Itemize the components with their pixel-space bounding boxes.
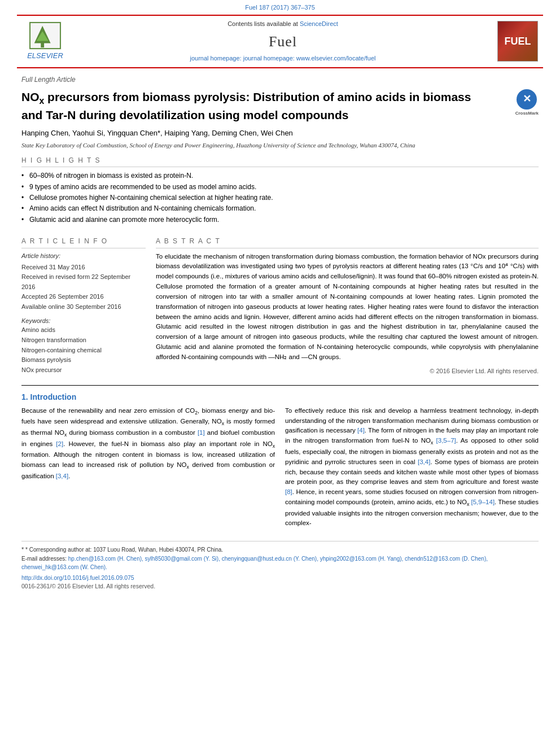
- keyword-2: Nitrogen transformation: [21, 335, 146, 346]
- article-info-abstract-row: A R T I C L E I N F O Article history: R…: [21, 231, 539, 375]
- corresponding-author-note: * * Corresponding author at: 1037 Luou R…: [21, 545, 539, 554]
- journal-header-center: Contents lists available at ScienceDirec…: [73, 19, 492, 64]
- abstract-column: A B S T R A C T To elucidate the mechani…: [156, 231, 539, 375]
- email-label: E-mail addresses:: [21, 556, 67, 562]
- elsevier-logo: ELSEVIER: [27, 21, 63, 62]
- doi-link[interactable]: http://dx.doi.org/10.1016/j.fuel.2016.09…: [21, 574, 539, 582]
- title-nox: NOx precursors from biomass pyrolysis: D…: [21, 90, 471, 121]
- article-info-header: A R T I C L E I N F O: [21, 237, 146, 248]
- star-symbol: *: [21, 546, 24, 553]
- section-1-title: 1. Introduction: [21, 391, 539, 403]
- keywords-label: Keywords:: [21, 317, 146, 326]
- author-names: Hanping Chen, Yaohui Si, Yingquan Chen*,…: [21, 128, 539, 139]
- abstract-header: A B S T R A C T: [156, 237, 539, 248]
- article-info-content: Article history: Received 31 May 2016 Re…: [21, 252, 146, 312]
- ref-4b[interactable]: [4]: [357, 427, 365, 434]
- sciencedirect-link[interactable]: ScienceDirect: [300, 20, 338, 27]
- ref-5-9-14[interactable]: [5,9–14]: [471, 499, 495, 505]
- ref-2[interactable]: [2]: [56, 440, 63, 447]
- ref-1[interactable]: [1]: [198, 429, 205, 436]
- journal-header: ELSEVIER Contents lists available at Sci…: [17, 15, 543, 68]
- journal-name: Fuel: [269, 31, 297, 53]
- email-addresses: E-mail addresses: hp.chen@163.com (H. Ch…: [21, 554, 539, 571]
- journal-header-right: FUEL: [492, 19, 543, 64]
- revised-date: Received in revised form 22 September 20…: [21, 272, 146, 292]
- contents-available-line: Contents lists available at ScienceDirec…: [228, 20, 338, 29]
- title-x-subscript: x: [40, 96, 45, 106]
- top-banner: Fuel 187 (2017) 367–375: [0, 0, 560, 15]
- highlight-item: Glutamic acid and alanine can promote mo…: [21, 215, 539, 225]
- keywords-section: Keywords: Amino acids Nitrogen transform…: [21, 317, 146, 375]
- cover-text: FUEL: [505, 34, 531, 49]
- highlight-item: 60–80% of nitrogen in biomass is existed…: [21, 171, 539, 181]
- intro-para-2: To effectively reduce this risk and deve…: [285, 406, 539, 528]
- crossmark-label: CrossMark: [515, 111, 539, 116]
- accepted-date: Accepted 26 September 2016: [21, 292, 146, 302]
- homepage-url[interactable]: journal homepage: www.elsevier.com/locat…: [243, 55, 376, 62]
- keyword-3: Nitrogen-containing chemical: [21, 346, 146, 356]
- introduction-section: 1. Introduction Because of the renewabil…: [21, 385, 539, 532]
- crossmark-badge: ✕ CrossMark: [515, 89, 539, 116]
- authors-text: Hanping Chen, Yaohui Si, Yingquan Chen*,…: [21, 129, 293, 137]
- intro-col-right: To effectively reduce this risk and deve…: [285, 406, 539, 532]
- elsevier-text: ELSEVIER: [27, 51, 63, 62]
- article-info-column: A R T I C L E I N F O Article history: R…: [21, 231, 146, 375]
- journal-citation: Fuel 187 (2017) 367–375: [245, 4, 315, 11]
- highlight-item: Cellulose promotes higher N-containing c…: [21, 193, 539, 203]
- highlights-list: 60–80% of nitrogen in biomass is existed…: [21, 171, 539, 225]
- received-date: Received 31 May 2016: [21, 263, 146, 273]
- copyright-line: © 2016 Elsevier Ltd. All rights reserved…: [156, 367, 539, 376]
- journal-cover-image: FUEL: [497, 21, 538, 62]
- history-label: Article history:: [21, 252, 146, 261]
- highlight-item: Amino acids can effect N distribution an…: [21, 203, 539, 214]
- keyword-4: Biomass pyrolysis: [21, 355, 146, 365]
- ref-8[interactable]: [8]: [285, 488, 292, 495]
- keyword-1: Amino acids: [21, 325, 146, 335]
- journal-header-left: ELSEVIER: [17, 19, 73, 64]
- abstract-text: To elucidate the mechanism of nitrogen t…: [156, 252, 539, 362]
- article-title: NOx precursors from biomass pyrolysis: D…: [21, 89, 539, 123]
- crossmark-icon: ✕: [517, 89, 537, 110]
- intro-two-col: Because of the renewability and near zer…: [21, 406, 539, 532]
- highlight-item: 9 types of amino acids are recommended t…: [21, 182, 539, 193]
- page-wrapper: Fuel 187 (2017) 367–375 ELSEVIER: [0, 0, 560, 597]
- affiliation: State Key Laboratory of Coal Combustion,…: [21, 141, 539, 150]
- article-body: Full Length Article NOx precursors from …: [0, 68, 560, 597]
- keyword-5: NOx precursor: [21, 365, 146, 375]
- elsevier-tree-icon: [28, 21, 62, 50]
- ref-3-5-7[interactable]: [3,5–7]: [436, 437, 456, 444]
- corresponding-note-text: * Corresponding author at: 1037 Luou Roa…: [25, 547, 223, 553]
- article-type: Full Length Article: [21, 75, 539, 85]
- available-date: Available online 30 September 2016: [21, 302, 146, 312]
- homepage-line: journal homepage: journal homepage: www.…: [190, 54, 376, 63]
- article-footer: * * Corresponding author at: 1037 Luou R…: [21, 541, 539, 591]
- abstract-content: To elucidate the mechanism of nitrogen t…: [156, 252, 539, 376]
- issn-line: 0016-2361/© 2016 Elsevier Ltd. All right…: [21, 582, 539, 591]
- email-links[interactable]: hp.chen@163.com (H. Chen), sylh85030@gma…: [21, 556, 488, 570]
- intro-para-1: Because of the renewability and near zer…: [21, 406, 275, 482]
- ref-3-4[interactable]: [3,4]: [56, 473, 68, 479]
- contents-text: Contents lists available at: [228, 20, 298, 27]
- ref-3-4c[interactable]: [3,4]: [418, 458, 430, 465]
- homepage-text: journal homepage:: [190, 55, 243, 62]
- intro-col-left: Because of the renewability and near zer…: [21, 406, 275, 532]
- highlights-header: H I G H L I G H T S: [21, 156, 539, 167]
